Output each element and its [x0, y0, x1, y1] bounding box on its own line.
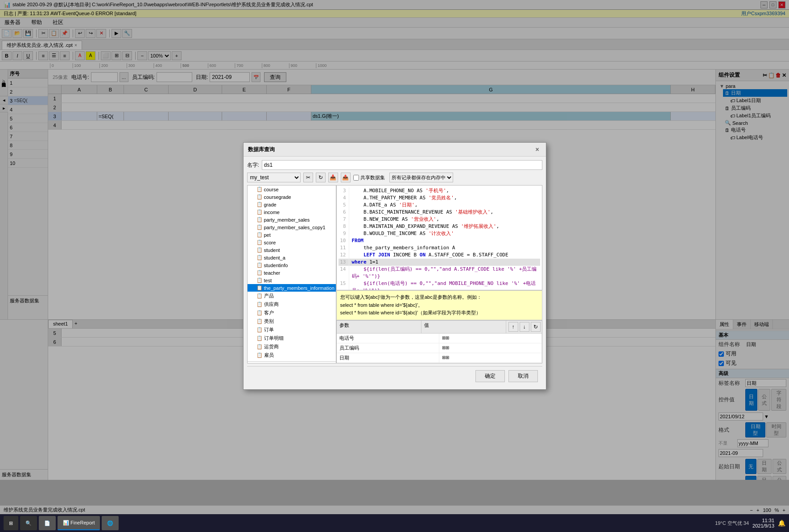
table-label-22: 雇员 — [264, 352, 274, 359]
name-row: 名字: — [247, 160, 542, 170]
hint-text-1: 您可以键入'${abc}'做为一个参数，这里abc是参数的名称。例如： — [340, 293, 538, 301]
name-label: 名字: — [247, 161, 259, 169]
table-icon-15: 📋 — [256, 293, 263, 299]
table-label-12: teacher — [264, 270, 281, 276]
table-icon-18: 📋 — [256, 318, 263, 324]
sql-hint: 您可以键入'${abc}'做为一个参数，这里abc是参数的名称。例如： sele… — [336, 290, 542, 320]
param-val-icon-date: ⊞⊞ — [442, 355, 449, 360]
table-icon-17: 📋 — [256, 310, 263, 316]
db-selector[interactable]: my_test — [247, 173, 301, 182]
params-refresh-btn[interactable]: ↻ — [531, 322, 541, 332]
table-icon-20: 📋 — [256, 335, 263, 341]
table-party-members[interactable]: 📋 the_party_members_information — [248, 284, 336, 292]
params-header: 参数 值 ↑ ↓ ↻ — [337, 321, 542, 334]
table-pet[interactable]: 📋 pet — [248, 231, 336, 239]
dialog-title-text: 数据库查询 — [248, 146, 275, 153]
table-score[interactable]: 📋 score — [248, 239, 336, 246]
table-label-8: score — [264, 240, 276, 245]
table-label-19: 订单 — [264, 326, 274, 333]
notification-icon[interactable]: 🔔 — [778, 520, 785, 527]
sql-line-15: 15 ${if(len(电话号) == 0,"","and MOBILE_PHO… — [339, 280, 540, 290]
taskbar-search-btn[interactable]: 🔍 — [20, 516, 37, 530]
sql-line-5: 5 A.DATE_a AS '日期', — [339, 202, 540, 209]
params-down-btn[interactable]: ↓ — [520, 322, 529, 332]
table-label-21: 运货商 — [264, 343, 279, 350]
param-val-icon-staff: ⊞⊞ — [442, 345, 449, 350]
table-label-20: 订单明细 — [264, 335, 284, 342]
sql-line-7: 7 B.NEW_INCOME AS '营业收入', — [339, 216, 540, 223]
params-up-btn[interactable]: ↑ — [508, 322, 518, 332]
sql-line-10: 10 FROM — [339, 237, 540, 244]
taskbar-app1[interactable]: 📄 — [39, 516, 56, 530]
db-body: 📋 course 📋 coursegrade 📋 grade 📋 income — [247, 185, 542, 363]
table-icon-11: 📋 — [256, 262, 263, 268]
table-label-14: the_party_members_information — [264, 285, 335, 291]
table-category[interactable]: 📋 类别 — [248, 317, 336, 326]
name-input[interactable] — [262, 160, 542, 170]
ok-btn[interactable]: 确定 — [475, 370, 505, 382]
table-coursegrade[interactable]: 📋 coursegrade — [248, 193, 336, 201]
table-shipper[interactable]: 📋 运货商 — [248, 342, 336, 351]
table-icon-14: 📋 — [256, 285, 263, 291]
table-student[interactable]: 📋 student — [248, 246, 336, 254]
taskbar-finereport[interactable]: 📊 FineReport — [58, 516, 100, 530]
params-actions: ↑ ↓ ↻ — [506, 321, 542, 333]
table-supplier[interactable]: 📋 供应商 — [248, 300, 336, 309]
table-grade[interactable]: 📋 grade — [248, 201, 336, 208]
table-order[interactable]: 📋 订单 — [248, 326, 336, 334]
shared-checkbox[interactable] — [353, 175, 359, 181]
taskbar-browser[interactable]: 🌐 — [102, 516, 119, 530]
start-btn[interactable]: ⊞ — [4, 516, 18, 530]
table-customer[interactable]: 📋 客户 — [248, 309, 336, 317]
table-employee[interactable]: 📋 雇员 — [248, 351, 336, 359]
db-query-dialog: 数据库查询 × 名字: my_test ✂ ↻ 📥 📤 共享数据集 — [243, 142, 546, 390]
table-label-11: studentinfo — [264, 263, 288, 268]
table-order-detail[interactable]: 📋 订单明细 — [248, 334, 336, 342]
sql-line-8: 8 B.MAINTAIN_AND_EXPAND_REVENUE AS '维护拓展… — [339, 223, 540, 230]
table-label-18: 类别 — [264, 318, 274, 325]
param-val-phone: ⊞⊞ — [439, 334, 542, 343]
table-income[interactable]: 📋 income — [248, 208, 336, 216]
table-label-2: coursegrade — [264, 194, 291, 200]
sql-line-9: 9 B.WOULD_THE_INCOME AS '计次收入' — [339, 230, 540, 237]
table-student-a[interactable]: 📋 student_a — [248, 254, 336, 261]
hint-text-2: select * from table where id='${abc}'。 — [340, 301, 538, 309]
table-test[interactable]: 📋 test — [248, 276, 336, 284]
params-table: 参数 值 ↑ ↓ ↻ 电话号 ⊞⊞ — [336, 320, 542, 363]
table-label-5: party_member_sales — [264, 217, 310, 223]
dialog-buttons: 确定 取消 — [247, 366, 542, 386]
table-icon-12: 📋 — [256, 270, 263, 276]
param-name-date: 日期 — [337, 353, 439, 363]
param-val-staff: ⊞⊞ — [439, 343, 542, 353]
table-list: 📋 course 📋 coursegrade 📋 grade 📋 income — [247, 185, 336, 363]
table-icon-4: 📋 — [256, 209, 263, 215]
shared-label-text: 共享数据集 — [360, 174, 385, 181]
table-studentinfo[interactable]: 📋 studentinfo — [248, 261, 336, 269]
param-val-date: ⊞⊞ — [439, 353, 542, 363]
param-row-date: 日期 ⊞⊞ — [337, 353, 542, 363]
db-refresh-btn[interactable]: ↻ — [316, 173, 326, 182]
cancel-btn[interactable]: 取消 — [508, 370, 538, 382]
db-edit-btn[interactable]: ✂ — [303, 173, 313, 182]
params-col-value: 值 — [421, 321, 506, 333]
taskbar-right: 19°C 空气优 34 11:31 2021/9/13 🔔 — [715, 518, 785, 528]
sql-editor[interactable]: 3 A.MOBILE_PHONE_NO AS '手机号', 4 A.THE_PA… — [336, 185, 542, 290]
param-name-phone: 电话号 — [337, 334, 439, 343]
taskbar-weather: 19°C 空气优 34 — [715, 520, 749, 527]
table-course[interactable]: 📋 course — [248, 186, 336, 193]
table-icon-3: 📋 — [256, 202, 263, 207]
dialog-close-btn[interactable]: × — [533, 145, 541, 153]
table-label-3: grade — [264, 202, 277, 207]
dialog-overlay: 数据库查询 × 名字: my_test ✂ ↻ 📥 📤 共享数据集 — [0, 0, 789, 532]
table-icon: 📋 — [256, 186, 263, 192]
table-products[interactable]: 📋 产品 — [248, 292, 336, 300]
time-display: 11:31 — [752, 518, 774, 523]
cache-select[interactable]: 所有记录都保存在内存中 — [389, 173, 453, 182]
db-export-btn[interactable]: 📤 — [341, 173, 351, 182]
table-party-sales-copy[interactable]: 📋 party_member_sales_copy1 — [248, 223, 336, 231]
table-teacher[interactable]: 📋 teacher — [248, 269, 336, 276]
table-party-sales[interactable]: 📋 party_member_sales — [248, 216, 336, 223]
table-label-9: student — [264, 247, 280, 253]
db-import-btn[interactable]: 📥 — [328, 173, 338, 182]
db-select-row: my_test ✂ ↻ 📥 📤 共享数据集 所有记录都保存在内存中 — [247, 173, 542, 182]
